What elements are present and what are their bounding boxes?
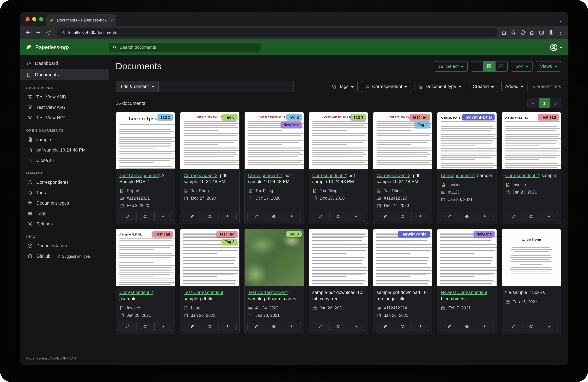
download-button[interactable] — [219, 212, 237, 221]
document-card[interactable]: A Simple PDF FileTest Tag Correspondent … — [116, 229, 175, 334]
sidebar-item-pdf-sample-10-24-48-pm[interactable]: pdf-sample 10.24.48 PM — [20, 145, 109, 155]
correspondent-link[interactable]: Correspondent 2 — [248, 173, 282, 178]
back-button[interactable] — [23, 28, 33, 37]
side-panel-icon[interactable] — [539, 30, 544, 35]
download-button[interactable] — [540, 212, 558, 221]
correspondent-link[interactable]: Test Correspondent — [119, 173, 159, 178]
edit-button[interactable] — [183, 212, 201, 221]
download-button[interactable] — [347, 322, 365, 331]
reset-filters-button[interactable]: ×Reset filters — [532, 84, 561, 89]
sidebar-item-sample[interactable]: sample — [20, 134, 109, 145]
list-view-button[interactable] — [471, 61, 483, 72]
edit-button[interactable] — [376, 322, 394, 331]
correspondent-link[interactable]: Correspondent 2 — [505, 173, 539, 178]
document-title[interactable]: file-sample_150kBs — [505, 290, 557, 296]
filter-added-button[interactable]: Added — [501, 81, 527, 92]
document-thumbnail[interactable]: TagWithPartial — [373, 229, 432, 286]
next-page-button[interactable]: » — [550, 98, 561, 108]
document-thumbnail[interactable]: Adobe Acrobat PDF FilesTag 3 — [309, 112, 368, 169]
document-title[interactable]: Test Correspondent: sample-pdf-file — [184, 290, 236, 302]
edit-button[interactable] — [119, 322, 137, 331]
download-button[interactable] — [540, 322, 558, 331]
shield-icon[interactable] — [520, 30, 525, 35]
browser-menu-dots-icon[interactable] — [558, 30, 563, 35]
download-button[interactable] — [154, 212, 172, 221]
site-info-icon[interactable] — [61, 30, 65, 35]
edit-button[interactable] — [247, 322, 265, 331]
edit-button[interactable] — [376, 212, 394, 221]
document-title[interactable]: Correspondent 2: pdf-sample 10.24.48 PM — [377, 173, 429, 185]
tab-search-chevron-icon[interactable]: ⌄ — [559, 18, 563, 23]
document-card[interactable]: A Simple PDF FileTest Tag Correspondent … — [502, 112, 561, 224]
search-input[interactable] — [120, 45, 257, 50]
title-content-filter-input[interactable] — [159, 81, 294, 92]
sidebar-item-logs[interactable]: Logs — [20, 208, 109, 219]
tag-badge[interactable]: Test Tag — [216, 231, 237, 237]
tag-badge[interactable]: Tag 3 — [222, 239, 237, 245]
document-title[interactable]: Test Correspondent: sample-pdf-with-imag… — [248, 290, 300, 302]
document-thumbnail[interactable]: NewOne — [438, 229, 497, 286]
preview-button[interactable] — [394, 212, 412, 221]
tag-badge[interactable]: Tag 2 — [158, 114, 173, 120]
page-1-button[interactable]: 1 — [539, 98, 550, 108]
tag-badge[interactable]: Test Tag — [538, 114, 559, 120]
tag-badge[interactable]: Test Tag — [152, 231, 173, 237]
sidebar-item-dashboard[interactable]: Dashboard — [20, 58, 109, 69]
correspondent-link[interactable]: Correspondent 2 — [184, 173, 217, 178]
filter-correspondent-button[interactable]: Correspondent — [361, 81, 411, 92]
sidebar-item-test-view-any[interactable]: Test View ANY — [20, 102, 109, 113]
suggest-an-idea-link[interactable]: Suggest an idea — [57, 254, 90, 258]
document-card[interactable]: Adobe Acrobat PDF FilesTag 3 Corresponde… — [180, 112, 240, 224]
reload-button[interactable] — [44, 28, 53, 37]
document-title[interactable]: Newest Correspondent: f_combineds — [441, 290, 493, 302]
download-button[interactable] — [154, 322, 172, 331]
filter-tags-button[interactable]: Tags — [328, 81, 357, 92]
download-button[interactable] — [283, 212, 301, 221]
document-card[interactable]: Lorem IpsumTag 2 Test Correspondent: A S… — [116, 112, 175, 224]
sidebar-item-test-view-not[interactable]: Test View NOT — [20, 113, 109, 123]
correspondent-link[interactable]: Correspondent 2 — [312, 173, 346, 178]
document-card[interactable]: TagWithPartial sample-pdf-download-10-mb… — [373, 229, 433, 334]
prev-page-button[interactable]: « — [527, 98, 539, 108]
download-button[interactable] — [476, 322, 494, 331]
document-card[interactable]: Tag 3 Test Correspondent: sample-pdf-wit… — [244, 229, 304, 334]
sidebar-item-close-all[interactable]: Close all — [20, 155, 109, 166]
document-thumbnail[interactable] — [309, 229, 368, 286]
browser-tab[interactable]: Documents - Paperless-ngx × — [46, 15, 116, 26]
tag-badge[interactable]: Tag 3 — [286, 231, 301, 237]
tag-badge[interactable]: Tag 3 — [222, 114, 237, 120]
correspondent-link[interactable]: Correspondent 2 — [119, 290, 153, 295]
download-button[interactable] — [219, 322, 237, 331]
download-button[interactable] — [347, 212, 365, 221]
views-button[interactable]: Views — [536, 61, 561, 72]
correspondent-link[interactable]: Correspondent 2 — [377, 173, 410, 178]
document-thumbnail[interactable]: Adobe Acrobat PDF FilesTest TagTag 2 — [373, 112, 432, 169]
document-title[interactable]: sample-pdf-download-10-mb-longer-title — [377, 290, 429, 302]
document-title[interactable]: Correspondent 2: sample — [505, 173, 557, 179]
edit-button[interactable] — [247, 212, 265, 221]
app-brand[interactable]: Paperless-ngx — [25, 44, 109, 51]
preview-button[interactable] — [458, 322, 476, 331]
edit-button[interactable] — [440, 212, 458, 221]
sidebar-item-document-types[interactable]: Document types — [20, 198, 109, 208]
document-thumbnail[interactable]: Lorem IpsumTag 2 — [116, 112, 175, 169]
edit-button[interactable] — [312, 322, 330, 331]
select-button[interactable]: Select — [435, 61, 468, 72]
preview-button[interactable] — [265, 322, 283, 331]
document-thumbnail[interactable]: Adobe Acrobat PDF FilesTag 3 — [180, 112, 239, 169]
sidebar-item-documentation[interactable]: Documentation — [20, 241, 109, 251]
preview-button[interactable] — [201, 212, 219, 221]
window-zoom-button[interactable] — [39, 17, 43, 21]
tag-badge[interactable]: Tag 3 — [351, 114, 366, 120]
edit-button[interactable] — [312, 212, 330, 221]
document-card[interactable]: Test TagTag 3 Test Correspondent: sample… — [180, 229, 240, 334]
tag-badge[interactable]: NewOne — [281, 122, 302, 128]
document-thumbnail[interactable]: A Simple PDF FileTagWithPartial — [438, 112, 497, 169]
download-button[interactable] — [411, 212, 429, 221]
correspondent-link[interactable]: Test Correspondent — [248, 290, 288, 295]
document-card[interactable]: sample-pdf-download-10-mb copy_red Jan 2… — [309, 229, 368, 334]
download-button[interactable] — [411, 322, 429, 331]
address-bar[interactable]: localhost:4200/documents — [57, 28, 497, 37]
tag-badge[interactable]: Test Tag — [409, 114, 430, 120]
document-title[interactable]: sample-pdf-download-10-mb copy_red — [312, 290, 365, 302]
